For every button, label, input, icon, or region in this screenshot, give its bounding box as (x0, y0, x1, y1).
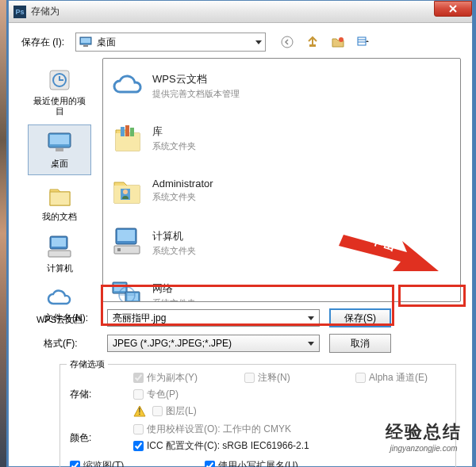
svg-rect-17 (48, 251, 71, 257)
recent-icon (45, 67, 74, 93)
new-folder-icon[interactable] (331, 35, 345, 49)
layers-checkbox (152, 406, 163, 416)
spot-checkbox (133, 389, 144, 400)
filename-label: 文件名(N): (44, 312, 107, 325)
up-icon[interactable] (305, 35, 320, 49)
svg-rect-19 (121, 127, 125, 136)
window-title: 存储为 (31, 5, 60, 18)
svg-text:!: ! (138, 406, 140, 417)
computer-icon (45, 235, 74, 260)
toolbar (280, 35, 370, 49)
list-item[interactable]: WPS云文档提供完善文档版本管理 (108, 65, 455, 106)
save-in-combo[interactable]: 桌面 (75, 33, 266, 52)
back-icon[interactable] (280, 35, 294, 49)
chevron-down-icon (308, 316, 314, 320)
sidebar-item-computer[interactable]: 计算机 (28, 230, 91, 278)
filename-row: 文件名(N): 亮丽指甲.jpg 保存(S) (20, 308, 461, 327)
format-row: 格式(F): JPEG (*.JPG;*.JPEG;*.JPE) 取消 (20, 334, 461, 353)
sidebar-item-desktop[interactable]: 桌面 (28, 124, 91, 174)
svg-rect-6 (358, 37, 366, 45)
close-icon (448, 4, 458, 13)
svg-point-3 (282, 36, 293, 48)
warning-icon: ! (133, 405, 146, 418)
view-menu-icon[interactable] (356, 35, 370, 49)
filename-format-area: 文件名(N): 亮丽指甲.jpg 保存(S) 格式(F): JPEG (*.JP… (20, 308, 461, 353)
cancel-button[interactable]: 取消 (329, 334, 391, 353)
proof-checkbox (133, 424, 144, 434)
svg-rect-4 (309, 44, 316, 47)
chevron-down-icon (308, 342, 314, 346)
sidebar-item-recent[interactable]: 最近使用的项目 (28, 63, 91, 121)
library-icon (109, 121, 144, 155)
svg-point-24 (123, 189, 128, 194)
cloud-icon (45, 286, 74, 312)
svg-rect-13 (56, 148, 63, 151)
photoshop-icon: Ps (13, 6, 26, 18)
svg-rect-1 (81, 38, 90, 43)
svg-rect-26 (117, 230, 135, 241)
svg-rect-16 (52, 238, 66, 247)
svg-rect-32 (127, 293, 138, 300)
list-item[interactable]: Administrator系统文件夹 (108, 170, 455, 211)
sidebar-item-documents[interactable]: 我的文档 (28, 178, 91, 227)
cloud-large-icon (109, 68, 144, 103)
svg-rect-20 (125, 125, 129, 136)
svg-rect-2 (83, 45, 88, 47)
lower-ext-checkbox[interactable] (205, 461, 215, 467)
desktop-icon (79, 36, 92, 48)
thumbnail-checkbox[interactable] (70, 461, 80, 467)
svg-rect-14 (50, 192, 70, 205)
places-sidebar: 最近使用的项目 桌面 我的文档 计算机 WPS云文档 (20, 58, 99, 302)
store-label: 存储: (70, 388, 117, 401)
format-combo[interactable]: JPEG (*.JPG;*.JPEG;*.JPE) (107, 335, 320, 352)
icc-checkbox[interactable] (133, 441, 144, 451)
user-folder-icon (109, 173, 144, 208)
options-title: 存储选项 (67, 358, 108, 370)
svg-rect-28 (117, 248, 121, 251)
svg-rect-12 (50, 135, 69, 144)
alpha-checkbox (355, 373, 366, 383)
as-copy-checkbox (133, 373, 144, 383)
close-button[interactable] (434, 1, 472, 17)
save-button[interactable]: 保存(S) (329, 308, 391, 327)
desktop-large-icon (45, 130, 74, 155)
left-background-strip (0, 0, 6, 467)
documents-icon (45, 183, 74, 209)
list-item[interactable]: 库系统文件夹 (108, 117, 455, 159)
network-icon (109, 278, 144, 302)
save-as-dialog: Ps 存储为 保存在 (I): 桌面 (8, 0, 473, 467)
format-label: 格式(F): (44, 337, 107, 350)
filename-input[interactable]: 亮丽指甲.jpg (107, 309, 320, 327)
svg-rect-21 (130, 128, 134, 136)
annotation-arrow: 单击 (336, 227, 439, 282)
watermark: 经验总结 jingyanzongjie.com (386, 420, 462, 453)
titlebar: Ps 存储为 (9, 1, 472, 23)
save-in-value: 桌面 (97, 36, 116, 49)
notes-checkbox (244, 373, 255, 383)
save-in-label: 保存在 (I): (20, 36, 75, 49)
chevron-down-icon (255, 40, 262, 44)
computer-large-icon (109, 225, 144, 260)
color-label: 颜色: (70, 431, 117, 445)
svg-point-5 (339, 37, 344, 42)
save-in-row: 保存在 (I): 桌面 (20, 33, 461, 52)
